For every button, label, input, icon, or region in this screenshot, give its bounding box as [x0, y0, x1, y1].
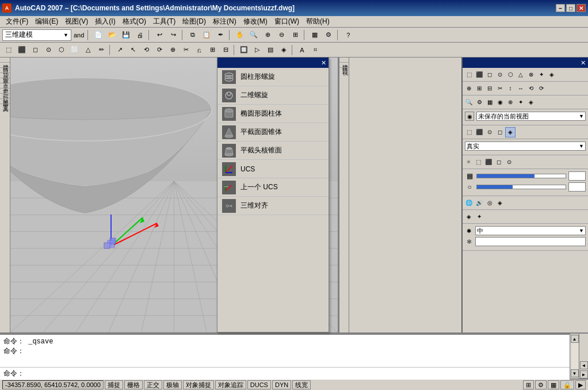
view-dropdown[interactable]: 未保存的当前视图 ▼ [476, 112, 586, 121]
command-input-field[interactable] [24, 370, 566, 378]
maximize-button[interactable]: □ [566, 4, 575, 12]
menu-item-flat-head-cone[interactable]: 平截头核锥面 [217, 142, 329, 160]
workspace-dropdown[interactable]: 三维建模 ▼ [2, 29, 71, 41]
tb2-19[interactable]: ▷ [251, 44, 264, 56]
mid-dropdown[interactable]: 中 ▼ [475, 226, 586, 235]
frp-btn-a7[interactable]: ⟲ [526, 83, 536, 94]
vert-tab-1[interactable]: 建模 [339, 58, 349, 63]
polar-btn[interactable]: 极轴 [163, 380, 182, 389]
frp-btn-b7[interactable]: ◈ [526, 97, 536, 108]
frp-btn-a4[interactable]: ✂ [495, 83, 505, 94]
status-icon-1[interactable]: ⊞ [523, 380, 534, 389]
tb2-21[interactable]: ◈ [277, 44, 290, 56]
menu-item-flat-cone[interactable]: 平截面圆锥体 [217, 123, 329, 142]
tb-undo[interactable]: ↩ [153, 29, 166, 41]
visual-style-dropdown[interactable]: 真实 ▼ [465, 142, 586, 151]
frp-btn-5[interactable]: ⬡ [505, 70, 516, 80]
cmd-scroll-left[interactable]: ◄ [580, 361, 588, 369]
vert-label-spacing[interactable]: 行距 [0, 89, 10, 94]
menu-tools[interactable]: 工具(T) [150, 16, 179, 28]
otrack-btn[interactable]: 对象追踪 [215, 380, 246, 389]
menu-item-helix-cyl[interactable]: 圆柱形螺旋 [217, 68, 329, 86]
vert-label-lib[interactable]: 图题库 [0, 94, 10, 99]
tb-redo[interactable]: ↪ [167, 29, 180, 41]
view-toggle[interactable]: ◉ [465, 112, 474, 121]
frp-btn-b2[interactable]: ⚙ [474, 97, 484, 108]
tb-open[interactable]: 📂 [106, 29, 119, 41]
frp-btn-4[interactable]: ⊙ [495, 70, 505, 80]
frp-btn-b4[interactable]: ◉ [495, 97, 505, 108]
tb2-9[interactable]: ↗ [113, 44, 126, 56]
tb2-1[interactable]: ⬚ [2, 44, 15, 56]
tb2-6[interactable]: ⬜ [68, 44, 81, 56]
grid-btn[interactable]: 栅格 [124, 380, 143, 389]
tb2-2[interactable]: ⬛ [16, 44, 28, 56]
status-icon-4[interactable]: 🔒 [560, 380, 574, 389]
tb2-18[interactable]: 🔲 [238, 44, 250, 56]
dyn-btn[interactable]: DYN [272, 380, 291, 389]
frp-btn-7[interactable]: ⊗ [526, 70, 536, 80]
tb2-8[interactable]: ✏ [95, 44, 108, 56]
tb2-15[interactable]: ⎌ [193, 44, 205, 56]
frp-btn-b6[interactable]: ✦ [516, 97, 526, 108]
frp-btn-f1[interactable]: ◈ [464, 212, 474, 222]
tb2-13[interactable]: ⊕ [166, 44, 179, 56]
vert-label-flat[interactable]: 平整 [0, 73, 10, 78]
menu-modify[interactable]: 修改(M) [240, 16, 271, 28]
frp-btn-b3[interactable]: ▦ [484, 97, 495, 108]
status-icon-3[interactable]: ▦ [548, 380, 559, 389]
frp-btn-a5[interactable]: ↕ [505, 83, 516, 94]
cmd-scroll-right[interactable]: ► [580, 370, 588, 378]
frp-btn-c1[interactable]: ⬚ [464, 127, 474, 137]
vert-label-viewport[interactable]: 视口 [0, 63, 10, 68]
vert-label-base[interactable]: 基础 [0, 68, 10, 73]
frp-btn-d4[interactable]: ⊙ [504, 157, 514, 167]
tb-help[interactable]: ? [342, 29, 354, 41]
frp-btn-1[interactable]: ⬚ [464, 70, 474, 80]
tb-zoomfit[interactable]: ⊞ [289, 29, 301, 41]
menu-window[interactable]: 窗口(W) [271, 16, 303, 28]
frp-btn-9[interactable]: ◈ [547, 70, 557, 80]
tb-print[interactable]: 🖨 [133, 29, 146, 41]
status-icon-5[interactable]: ▶ [575, 380, 586, 389]
menu-draw[interactable]: 绘图(D) [179, 16, 209, 28]
tb2-14[interactable]: ✂ [180, 44, 192, 56]
frp-btn-c3[interactable]: ⊙ [484, 127, 495, 137]
vert-label-measure[interactable]: 量 [0, 78, 10, 83]
tb2-5[interactable]: ⬡ [55, 44, 68, 56]
frp-btn-e2[interactable]: 🔊 [474, 198, 484, 208]
tb-copy[interactable]: ⧉ [186, 29, 199, 41]
tb-zoom2[interactable]: ⊕ [261, 29, 274, 41]
tb-new[interactable]: 📄 [92, 29, 105, 41]
menu-insert[interactable]: 插入(I) [91, 16, 119, 28]
menu-item-ucs[interactable]: UCS [217, 160, 329, 178]
tb2-23[interactable]: ⌗ [309, 44, 322, 56]
tb2-7[interactable]: △ [82, 44, 94, 56]
vert-label-modeling[interactable]: 建模 [0, 58, 10, 63]
frp-btn-a2[interactable]: ⊞ [474, 83, 484, 94]
frp-btn-d3[interactable]: ◻ [494, 157, 504, 167]
menu-view[interactable]: 视图(V) [62, 16, 91, 28]
cmd-scroll-up[interactable]: ▲ [571, 335, 579, 343]
frp-btn-e4[interactable]: ◈ [495, 198, 505, 208]
tb2-4[interactable]: ⊙ [42, 44, 55, 56]
tb-props[interactable]: ⚙ [322, 29, 335, 41]
frp-btn-c5[interactable]: ◈ [505, 127, 516, 137]
frp-btn-d1[interactable]: ⬚ [473, 157, 483, 167]
tb-layer[interactable]: ▦ [308, 29, 321, 41]
vert-label-tools[interactable]: 文工具 [0, 99, 10, 104]
menu-file[interactable]: 文件(F) [2, 16, 32, 28]
frp-btn-8[interactable]: ✦ [536, 70, 547, 80]
frp-btn-c4[interactable]: ◻ [495, 127, 505, 137]
tb2-12[interactable]: ⟳ [153, 44, 166, 56]
slider-2[interactable] [476, 185, 566, 189]
tb2-17[interactable]: ⊟ [219, 44, 232, 56]
frp-btn-e1[interactable]: 🌐 [464, 198, 474, 208]
menu-item-3d-align[interactable]: 三维对齐 [217, 197, 329, 215]
frp-btn-a6[interactable]: ↔ [516, 83, 526, 94]
menu-dim[interactable]: 标注(N) [209, 16, 240, 28]
tb2-16[interactable]: ⊞ [206, 44, 219, 56]
osnap-btn[interactable]: 对象捕捉 [183, 380, 214, 389]
mid-text-input[interactable] [475, 237, 586, 246]
frp-btn-a3[interactable]: ⊟ [484, 83, 495, 94]
